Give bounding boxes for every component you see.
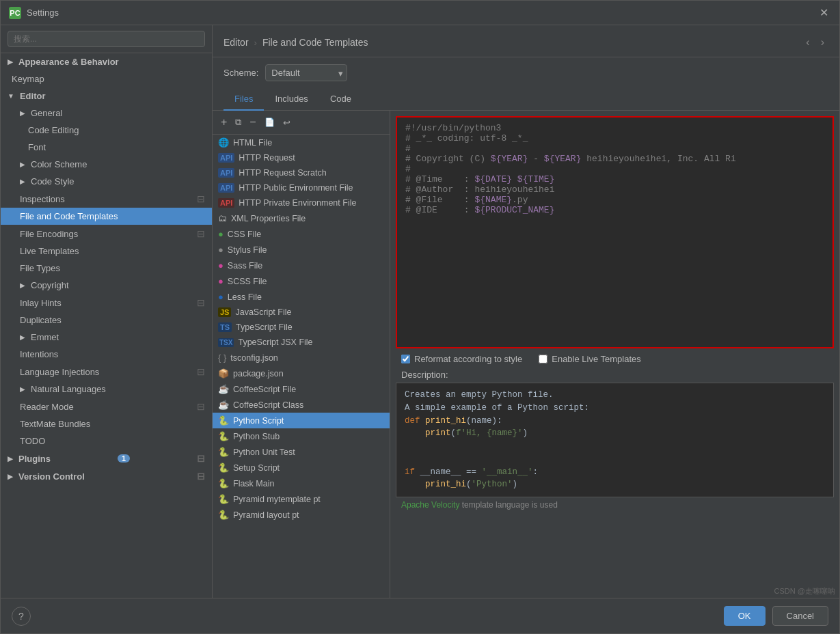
pin-icon: ⊟ — [197, 453, 205, 464]
file-tree: + ⧉ − 📄 ↩ 🌐 HTML File API HTTP Re — [213, 111, 390, 598]
sidebar-item-general[interactable]: ▶ General — [1, 105, 212, 122]
file-item-pyramid-mytemplate[interactable]: 🐍 Pyramid mytemplate pt — [213, 491, 390, 507]
description-label: Description: — [396, 370, 834, 380]
sidebar-item-natural-languages[interactable]: ▶ Natural Languages — [1, 381, 212, 398]
sidebar-search-input[interactable] — [8, 31, 205, 47]
file-item-javascript[interactable]: JS JavaScript File — [213, 305, 390, 320]
file-item-coffeescript-class[interactable]: ☕ CoffeeScript Class — [213, 397, 390, 413]
revert-template-button[interactable]: ↩ — [280, 116, 293, 129]
file-item-css[interactable]: ● CSS File — [213, 226, 390, 242]
package-icon: 📦 — [218, 368, 229, 378]
file-item-sass[interactable]: ● Sass File — [213, 258, 390, 273]
cancel-button[interactable]: Cancel — [772, 606, 828, 626]
file-item-scss[interactable]: ● SCSS File — [213, 273, 390, 289]
scheme-select[interactable]: Default Project — [265, 64, 347, 81]
sidebar-item-reader-mode[interactable]: Reader Mode ⊟ — [1, 398, 212, 415]
file-item-typescript-jsx[interactable]: TSX TypeScript JSX File — [213, 335, 390, 350]
reformat-checkbox-label[interactable]: Reformat according to style — [401, 354, 522, 364]
file-item-less[interactable]: ● Less File — [213, 289, 390, 305]
copy-template-button[interactable]: ⧉ — [232, 115, 244, 129]
breadcrumb-parent: Editor — [223, 37, 249, 48]
file-item-stylus[interactable]: ● Stylus File — [213, 242, 390, 258]
sidebar-item-language-injections[interactable]: Language Injections ⊟ — [1, 363, 212, 381]
tab-includes[interactable]: Includes — [264, 88, 319, 111]
file-item-http-public-env[interactable]: API HTTP Public Environment File — [213, 180, 390, 195]
back-button[interactable]: ‹ — [802, 35, 813, 50]
sidebar-item-keymap[interactable]: Keymap — [1, 70, 212, 87]
sidebar-item-font[interactable]: Font — [1, 139, 212, 156]
pyramid-layout-icon: 🐍 — [218, 510, 229, 520]
sidebar-search-wrapper — [1, 25, 212, 53]
duplicate-template-button[interactable]: 📄 — [262, 116, 277, 128]
sidebar-item-intentions[interactable]: Intentions — [1, 346, 212, 363]
live-templates-checkbox[interactable] — [539, 355, 547, 363]
dialog-body: ▶ Appearance & Behavior Keymap ▼ Editor … — [1, 25, 839, 598]
file-item-coffeescript[interactable]: ☕ CoffeeScript File — [213, 381, 390, 397]
file-item-pyramid-layout[interactable]: 🐍 Pyramid layout pt — [213, 507, 390, 523]
reformat-checkbox[interactable] — [401, 355, 410, 363]
file-item-xml-properties[interactable]: 🗂 XML Properties File — [213, 210, 390, 226]
sidebar-item-editor[interactable]: ▼ Editor — [1, 87, 212, 105]
sidebar-item-textmate-bundles[interactable]: TextMate Bundles — [1, 415, 212, 432]
file-item-python-unit-test[interactable]: 🐍 Python Unit Test — [213, 444, 390, 460]
help-button[interactable]: ? — [12, 607, 31, 626]
sidebar-item-plugins[interactable]: ▶ Plugins 1 ⊟ — [1, 450, 212, 467]
add-template-button[interactable]: + — [218, 115, 230, 130]
description-box: Creates an empty Python file. A simple e… — [396, 383, 834, 497]
sidebar-item-inspections[interactable]: Inspections ⊟ — [1, 190, 212, 208]
file-item-setup-script[interactable]: 🐍 Setup Script — [213, 460, 390, 476]
file-item-package-json[interactable]: 📦 package.json — [213, 366, 390, 381]
velocity-link[interactable]: Apache Velocity — [401, 500, 459, 510]
chevron-right-icon: ▶ — [20, 333, 25, 341]
file-item-python-stub[interactable]: 🐍 Python Stub — [213, 428, 390, 444]
chevron-right-icon: ▶ — [8, 473, 13, 480]
scss-icon: ● — [218, 276, 223, 286]
sidebar-item-inlay-hints[interactable]: Inlay Hints ⊟ — [1, 294, 212, 312]
live-templates-checkbox-label[interactable]: Enable Live Templates — [539, 354, 641, 364]
file-item-http-private-env[interactable]: API HTTP Private Environment File — [213, 195, 390, 210]
python-stub-icon: 🐍 — [218, 431, 229, 441]
chevron-right-icon: ▶ — [20, 109, 25, 117]
file-item-http-request[interactable]: API HTTP Request — [213, 150, 390, 165]
tab-code[interactable]: Code — [319, 88, 362, 111]
breadcrumb-separator: › — [254, 38, 257, 48]
file-item-tsconfig[interactable]: { } tsconfig.json — [213, 350, 390, 366]
file-item-typescript[interactable]: TS TypeScript File — [213, 320, 390, 335]
sass-icon: ● — [218, 260, 223, 271]
editor-area: #!/usr/bin/python3 # _*_ coding: utf-8 _… — [390, 111, 839, 598]
chevron-right-icon: ▶ — [20, 161, 25, 168]
sidebar-item-emmet[interactable]: ▶ Emmet — [1, 329, 212, 346]
forward-button[interactable]: › — [817, 35, 828, 50]
tab-files[interactable]: Files — [223, 88, 264, 111]
code-editor[interactable]: #!/usr/bin/python3 # _*_ coding: utf-8 _… — [396, 116, 834, 348]
remove-template-button[interactable]: − — [247, 115, 258, 130]
sidebar-item-copyright[interactable]: ▶ Copyright — [1, 277, 212, 294]
sidebar-item-live-templates[interactable]: Live Templates — [1, 243, 212, 260]
ok-button[interactable]: OK — [724, 606, 766, 626]
http-icon: API — [218, 153, 234, 163]
close-button[interactable]: ✕ — [817, 5, 831, 20]
sidebar-item-file-encodings[interactable]: File Encodings ⊟ — [1, 225, 212, 243]
file-item-flask-main[interactable]: 🐍 Flask Main — [213, 476, 390, 491]
sidebar-item-duplicates[interactable]: Duplicates — [1, 312, 212, 329]
sidebar-item-todo[interactable]: TODO — [1, 432, 212, 450]
sidebar-item-code-style[interactable]: ▶ Code Style — [1, 173, 212, 190]
options-row: Reformat according to style Enable Live … — [390, 348, 839, 370]
watermark: CSDN @走噻噻呐 — [770, 585, 839, 598]
pin-icon: ⊟ — [197, 193, 205, 204]
description-footer: Apache Velocity template language is use… — [396, 497, 834, 512]
file-item-html[interactable]: 🌐 HTML File — [213, 135, 390, 150]
chevron-right-icon: ▶ — [20, 281, 25, 289]
sidebar-item-appearance[interactable]: ▶ Appearance & Behavior — [1, 53, 212, 70]
chevron-right-icon: ▶ — [20, 385, 25, 393]
breadcrumb-nav: ‹ › — [802, 35, 828, 50]
file-item-python-script[interactable]: 🐍 Python Script — [213, 413, 390, 428]
tabs-row: Files Includes Code — [213, 88, 839, 111]
sidebar-item-file-types[interactable]: File Types — [1, 260, 212, 277]
sidebar-item-color-scheme[interactable]: ▶ Color Scheme — [1, 156, 212, 173]
sidebar-item-version-control[interactable]: ▶ Version Control ⊟ — [1, 467, 212, 485]
http-scratch-icon: API — [218, 168, 234, 178]
sidebar-item-code-editing[interactable]: Code Editing — [1, 122, 212, 139]
file-item-http-request-scratch[interactable]: API HTTP Request Scratch — [213, 165, 390, 180]
sidebar-item-file-code-templates[interactable]: File and Code Templates — [1, 208, 212, 225]
